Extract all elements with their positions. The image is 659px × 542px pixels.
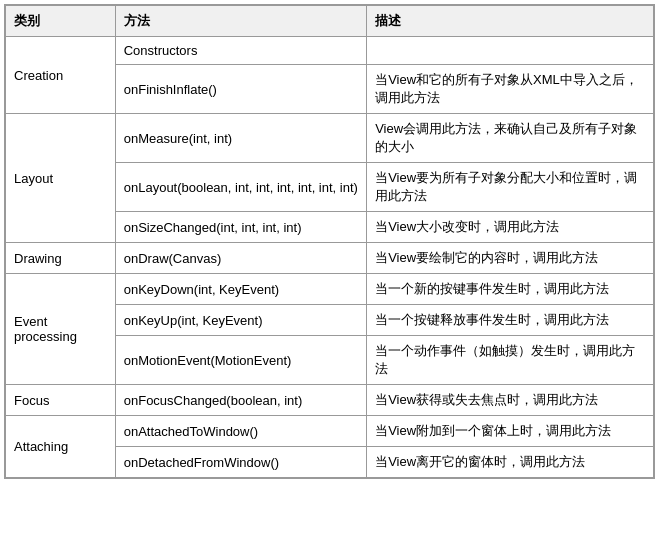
table-row: FocusonFocusChanged(boolean, int)当View获得… — [6, 385, 654, 416]
category-cell: Drawing — [6, 243, 116, 274]
method-cell: onFocusChanged(boolean, int) — [115, 385, 366, 416]
method-cell: onLayout(boolean, int, int, int, int, in… — [115, 163, 366, 212]
description-cell: 当View要为所有子对象分配大小和位置时，调用此方法 — [367, 163, 654, 212]
table-row: AttachingonAttachedToWindow()当View附加到一个窗… — [6, 416, 654, 447]
category-cell: Event processing — [6, 274, 116, 385]
method-cell: onKeyUp(int, KeyEvent) — [115, 305, 366, 336]
category-cell: Layout — [6, 114, 116, 243]
method-cell: onMotionEvent(MotionEvent) — [115, 336, 366, 385]
description-cell: 当一个动作事件（如触摸）发生时，调用此方法 — [367, 336, 654, 385]
description-cell: View会调用此方法，来确认自己及所有子对象的大小 — [367, 114, 654, 163]
table-header-row: 类别 方法 描述 — [6, 6, 654, 37]
main-table-container: 类别 方法 描述 CreationConstructorsonFinishInf… — [4, 4, 655, 479]
description-cell: 当一个按键释放事件发生时，调用此方法 — [367, 305, 654, 336]
description-cell: 当View要绘制它的内容时，调用此方法 — [367, 243, 654, 274]
method-cell: onFinishInflate() — [115, 65, 366, 114]
description-cell — [367, 37, 654, 65]
header-description: 描述 — [367, 6, 654, 37]
header-method: 方法 — [115, 6, 366, 37]
description-cell: 当View附加到一个窗体上时，调用此方法 — [367, 416, 654, 447]
description-cell: 当View和它的所有子对象从XML中导入之后，调用此方法 — [367, 65, 654, 114]
methods-table: 类别 方法 描述 CreationConstructorsonFinishInf… — [5, 5, 654, 478]
category-cell: Creation — [6, 37, 116, 114]
table-row: CreationConstructors — [6, 37, 654, 65]
method-cell: onAttachedToWindow() — [115, 416, 366, 447]
description-cell: 当一个新的按键事件发生时，调用此方法 — [367, 274, 654, 305]
table-row: LayoutonMeasure(int, int)View会调用此方法，来确认自… — [6, 114, 654, 163]
method-cell: onDetachedFromWindow() — [115, 447, 366, 478]
method-cell: onDraw(Canvas) — [115, 243, 366, 274]
description-cell: 当View大小改变时，调用此方法 — [367, 212, 654, 243]
description-cell: 当View离开它的窗体时，调用此方法 — [367, 447, 654, 478]
table-row: DrawingonDraw(Canvas)当View要绘制它的内容时，调用此方法 — [6, 243, 654, 274]
header-category: 类别 — [6, 6, 116, 37]
table-row: Event processingonKeyDown(int, KeyEvent)… — [6, 274, 654, 305]
method-cell: onMeasure(int, int) — [115, 114, 366, 163]
category-cell: Focus — [6, 385, 116, 416]
description-cell: 当View获得或失去焦点时，调用此方法 — [367, 385, 654, 416]
method-cell: onKeyDown(int, KeyEvent) — [115, 274, 366, 305]
category-cell: Attaching — [6, 416, 116, 478]
method-cell: onSizeChanged(int, int, int, int) — [115, 212, 366, 243]
method-cell: Constructors — [115, 37, 366, 65]
